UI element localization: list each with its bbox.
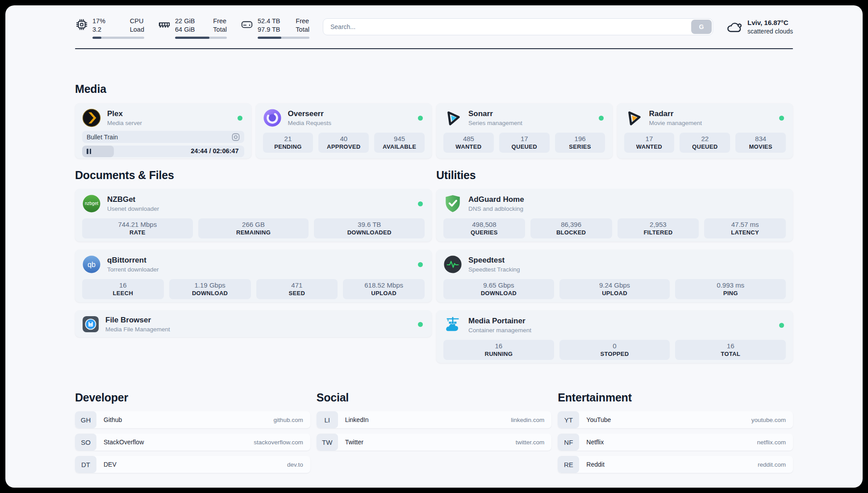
memory-label-1: Free (213, 17, 227, 25)
app-title: Plex (107, 109, 142, 118)
app-card-portainer[interactable]: Media Portainer Container management 16 … (436, 310, 793, 363)
plex-icon (82, 109, 101, 127)
bookmark-abbr: SO (75, 434, 96, 451)
bookmark-name: Netflix (586, 439, 604, 446)
app-subtitle: Media File Management (105, 326, 170, 333)
utilities-column: Utilities AdGuard Home (436, 168, 793, 363)
app-subtitle: Media server (107, 119, 142, 127)
search-input[interactable] (323, 18, 713, 35)
bookmark-youtube[interactable]: YT YouTube youtube.com (558, 411, 793, 428)
app-subtitle: DNS and adblocking (468, 205, 524, 213)
status-online-dot (238, 116, 242, 121)
app-card-nzbget[interactable]: nzbget NZBGet Usenet downloader 744.21 M… (75, 189, 432, 242)
bookmark-abbr: NF (558, 434, 579, 451)
ram-icon (158, 18, 171, 31)
bookmark-domain: twitter.com (516, 439, 545, 446)
svg-text:qb: qb (88, 260, 96, 268)
bookmark-linkedin[interactable]: LI LinkedIn linkedin.com (317, 411, 552, 428)
app-title: NZBGet (107, 195, 159, 204)
bookmark-stackoverflow[interactable]: SO StackOverflow stackoverflow.com (75, 434, 310, 451)
bookmark-name: DEV (104, 461, 117, 468)
app-subtitle: Speedtest Tracking (468, 266, 520, 273)
stat-blocked: 86,396 BLOCKED (530, 218, 612, 238)
bookmark-name: YouTube (586, 416, 611, 423)
stat-filtered: 2,953 FILTERED (618, 218, 699, 238)
app-title: qBittorrent (107, 255, 159, 265)
app-subtitle: Usenet downloader (107, 205, 159, 213)
stat-download: 1.19 Gbps DOWNLOAD (169, 279, 251, 299)
stat-approved: 40 APPROVED (318, 133, 369, 153)
stat-series: 196 SERIES (555, 133, 605, 153)
app-card-qbittorrent[interactable]: qb qBittorrent Torrent downloader 16 (75, 250, 432, 302)
weather-widget: Lviv, 16.87°C scattered clouds (726, 18, 793, 36)
bookmark-reddit[interactable]: RE Reddit reddit.com (558, 456, 793, 473)
section-title-developer: Developer (75, 391, 310, 404)
bookmark-name: Github (104, 416, 122, 423)
media-cards-row: Plex Media server Bullet Train 24:44 / 0… (75, 103, 793, 159)
stat-remaining: 266 GB REMAINING (198, 218, 309, 238)
app-card-sonarr[interactable]: Sonarr Series management 485 WANTED 17 Q… (436, 103, 613, 159)
bookmark-name: Reddit (586, 461, 604, 468)
bookmark-dev[interactable]: DT DEV dev.to (75, 456, 310, 473)
app-card-adguard[interactable]: AdGuard Home DNS and adblocking 498,508 … (436, 189, 793, 242)
memory-progress-fill (175, 37, 209, 39)
app-card-filebrowser[interactable]: File Browser Media File Management (75, 310, 432, 337)
stat-pending: 21 PENDING (263, 133, 313, 153)
stat-stopped: 0 STOPPED (559, 340, 670, 360)
filebrowser-icon (82, 316, 99, 333)
search-engine-button[interactable]: G (691, 20, 712, 34)
dashboard-page: 17% CPU 3.2 Load (5, 5, 863, 488)
sonarr-icon (443, 109, 462, 127)
disk-icon (240, 18, 254, 31)
memory-monitor-widget: 22 GiB Free 64 GiB Total (158, 17, 227, 39)
status-online-dot (418, 322, 423, 327)
status-online-dot (779, 116, 784, 121)
qbittorrent-icon: qb (82, 255, 101, 274)
weather-location-temp: Lviv, 16.87°C (747, 18, 793, 27)
stat-downloaded: 39.6 TB DOWNLOADED (314, 218, 425, 238)
bookmark-domain: stackoverflow.com (254, 439, 303, 446)
memory-total-value: 64 GiB (175, 25, 207, 34)
app-title: Speedtest (468, 255, 520, 265)
app-card-speedtest[interactable]: Speedtest Speedtest Tracking 9.65 Gbps D… (436, 250, 793, 302)
speedtest-pulse-icon (443, 255, 462, 274)
disk-label-2: Total (296, 25, 309, 34)
disk-free-value: 52.4 TB (258, 17, 289, 25)
stat-wanted: 17 WANTED (624, 133, 675, 153)
status-online-dot (418, 116, 423, 121)
app-card-plex[interactable]: Plex Media server Bullet Train 24:44 / 0… (75, 103, 251, 159)
section-title-entertainment: Entertainment (558, 391, 793, 404)
documents-column: Documents & Files nzbget (75, 168, 432, 363)
app-subtitle: Torrent downloader (107, 266, 159, 273)
cpu-progress-track (92, 37, 144, 39)
app-title: AdGuard Home (468, 195, 524, 204)
stat-rate: 744.21 Mbps RATE (82, 218, 193, 238)
app-card-radarr[interactable]: Radarr Movie management 17 WANTED 22 QUE… (617, 103, 793, 159)
app-subtitle: Series management (468, 119, 522, 127)
app-card-overseerr[interactable]: Overseerr Media Requests 21 PENDING 40 A… (256, 103, 432, 159)
bookmark-github[interactable]: GH Github github.com (75, 411, 310, 428)
bookmark-name: StackOverflow (104, 439, 144, 446)
stat-latency: 47.57 ms LATENCY (704, 218, 786, 238)
bookmark-twitter[interactable]: TW Twitter twitter.com (317, 434, 552, 451)
cpu-progress-fill (92, 37, 101, 39)
stat-queued: 22 QUEUED (680, 133, 730, 153)
overseerr-icon (263, 109, 282, 127)
section-title-documents: Documents & Files (75, 168, 432, 182)
cpu-label-1: CPU (130, 17, 144, 25)
session-screen-icon (232, 133, 240, 141)
stat-ping: 0.993 ms PING (675, 279, 786, 299)
bookmark-abbr: LI (317, 411, 338, 428)
stat-queued: 17 QUEUED (499, 133, 550, 153)
weather-condition: scattered clouds (747, 27, 793, 36)
stat-total: 16 TOTAL (675, 340, 786, 360)
disk-total-value: 97.9 TB (258, 25, 289, 34)
search-bar: G (323, 18, 713, 35)
bookmark-domain: github.com (274, 417, 303, 423)
bookmark-netflix[interactable]: NF Netflix netflix.com (558, 434, 793, 451)
cpu-chip-icon (75, 18, 88, 31)
memory-free-value: 22 GiB (175, 17, 207, 25)
pause-button[interactable] (87, 149, 91, 154)
app-title: Sonarr (468, 109, 522, 118)
cpu-monitor-widget: 17% CPU 3.2 Load (75, 17, 144, 39)
